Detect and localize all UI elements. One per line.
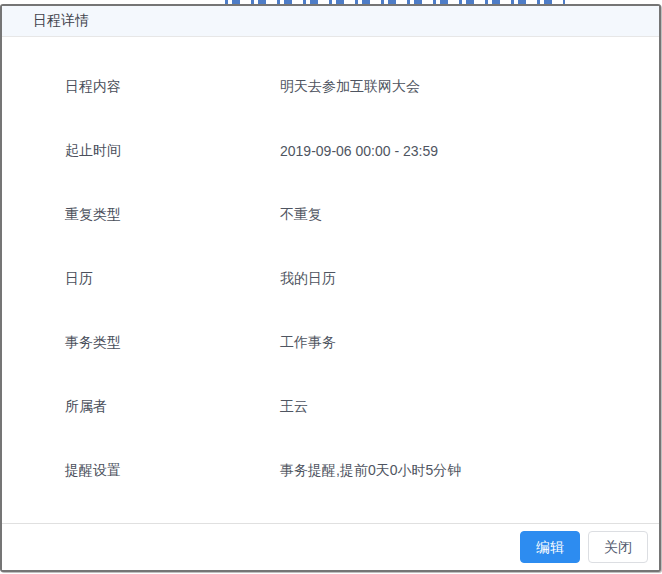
- field-row-time-range: 起止时间 2019-09-06 00:00 - 23:59: [2, 119, 659, 183]
- field-value: 我的日历: [280, 270, 336, 288]
- field-label: 起止时间: [65, 142, 280, 160]
- field-label: 事务类型: [65, 334, 280, 352]
- schedule-detail-modal: 日程详情 日程内容 明天去参加互联网大会 起止时间 2019-09-06 00:…: [0, 4, 661, 572]
- field-value: 事务提醒,提前0天0小时5分钟: [280, 462, 461, 480]
- field-row-schedule-content: 日程内容 明天去参加互联网大会: [2, 55, 659, 119]
- modal-title: 日程详情: [33, 12, 89, 30]
- field-label: 日程内容: [65, 78, 280, 96]
- modal-footer: 编辑 关闭: [2, 523, 659, 570]
- field-value: 王云: [280, 398, 308, 416]
- field-label: 所属者: [65, 398, 280, 416]
- modal-body: 日程内容 明天去参加互联网大会 起止时间 2019-09-06 00:00 - …: [2, 37, 659, 523]
- field-label: 提醒设置: [65, 462, 280, 480]
- field-label: 日历: [65, 270, 280, 288]
- field-row-reminder: 提醒设置 事务提醒,提前0天0小时5分钟: [2, 439, 659, 503]
- field-row-calendar: 日历 我的日历: [2, 247, 659, 311]
- field-row-owner: 所属者 王云: [2, 375, 659, 439]
- field-value: 2019-09-06 00:00 - 23:59: [280, 143, 438, 159]
- close-button[interactable]: 关闭: [588, 531, 648, 563]
- field-value: 明天去参加互联网大会: [280, 78, 420, 96]
- field-row-task-type: 事务类型 工作事务: [2, 311, 659, 375]
- modal-header: 日程详情: [2, 6, 659, 37]
- field-label: 重复类型: [65, 206, 280, 224]
- field-row-repeat-type: 重复类型 不重复: [2, 183, 659, 247]
- edit-button[interactable]: 编辑: [520, 531, 580, 563]
- field-value: 工作事务: [280, 334, 336, 352]
- field-value: 不重复: [280, 206, 322, 224]
